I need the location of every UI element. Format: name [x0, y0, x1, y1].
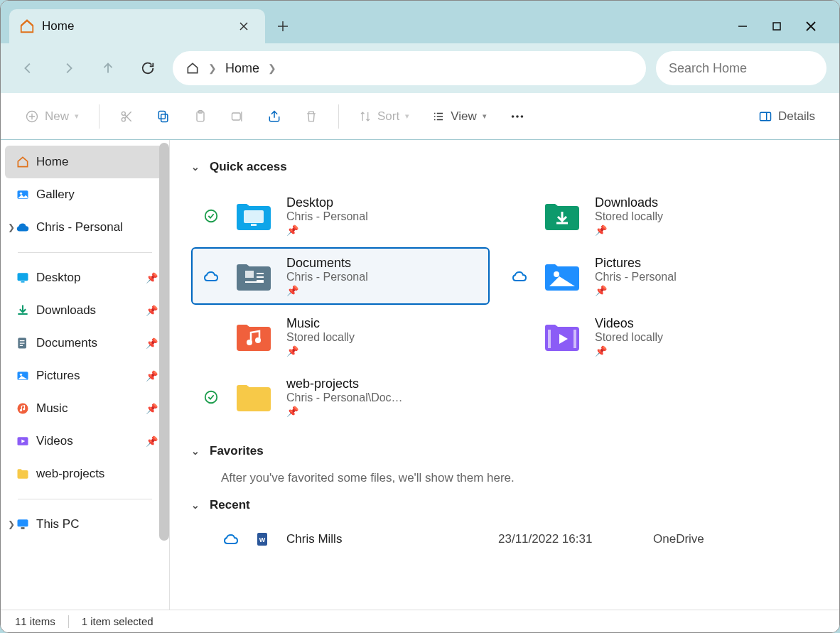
copy-button[interactable] — [148, 102, 179, 131]
svg-rect-34 — [548, 330, 551, 348]
documents-icon — [15, 335, 31, 351]
refresh-button[interactable] — [133, 53, 163, 83]
section-label: Quick access — [210, 160, 287, 174]
paste-button[interactable] — [185, 102, 216, 131]
details-pane-button[interactable]: Details — [750, 102, 824, 131]
svg-rect-29 — [251, 224, 257, 226]
quick-access-item[interactable]: Desktop Chris - Personal 📌 — [191, 187, 490, 244]
content-pane: ⌄ Quick access Desktop Chris - Personal … — [170, 140, 839, 610]
sidebar-item-videos[interactable]: Videos 📌 — [5, 425, 165, 458]
ellipsis-icon — [510, 109, 525, 124]
up-button[interactable] — [93, 53, 123, 83]
item-location: Chris - Personal — [286, 271, 368, 283]
sidebar-item-label: web-projects — [36, 467, 104, 481]
sidebar-item-label: Downloads — [36, 303, 96, 318]
clipboard-icon — [193, 109, 208, 124]
quick-access-item[interactable]: Documents Chris - Personal 📌 — [191, 247, 490, 305]
sort-button[interactable]: Sort ▾ — [350, 102, 418, 131]
back-button[interactable] — [14, 53, 43, 83]
sidebar-scrollbar[interactable] — [159, 143, 169, 541]
item-location: Stored locally — [595, 331, 663, 344]
sidebar-item-gallery[interactable]: Gallery — [5, 178, 165, 211]
quick-access-item[interactable]: Music Stored locally 📌 — [191, 308, 490, 365]
pin-icon: 📌 — [286, 285, 368, 296]
details-icon — [758, 109, 772, 124]
item-location: Stored locally — [595, 210, 663, 223]
chevron-down-icon: ⌄ — [191, 445, 200, 457]
sidebar-item-thispc[interactable]: ❯ This PC — [5, 508, 165, 541]
rename-icon — [230, 109, 244, 124]
svg-point-12 — [520, 115, 523, 118]
view-label: View — [451, 109, 477, 124]
explorer-window: Home ❯ Home ❯ — [0, 0, 840, 633]
address-bar[interactable]: ❯ Home ❯ — [173, 51, 646, 85]
quick-access-item[interactable]: Pictures Chris - Personal 📌 — [500, 247, 798, 305]
search-input[interactable] — [669, 61, 834, 76]
svg-rect-13 — [760, 112, 771, 121]
tab-title: Home — [42, 19, 225, 33]
quick-access-item[interactable]: Downloads Stored locally 📌 — [500, 187, 798, 244]
pin-icon: 📌 — [146, 272, 158, 283]
rename-button[interactable] — [222, 102, 253, 131]
section-favorites[interactable]: ⌄ Favorites — [191, 444, 818, 458]
sort-label: Sort — [377, 109, 399, 124]
section-quick-access[interactable]: ⌄ Quick access — [191, 160, 818, 174]
cloud-icon — [15, 220, 31, 235]
recent-item[interactable]: W Chris Mills 23/11/2022 16:31 OneDrive — [191, 525, 818, 553]
item-name: Videos — [595, 316, 663, 331]
share-button[interactable] — [259, 102, 290, 131]
pin-icon: 📌 — [286, 406, 403, 417]
sidebar-item-pictures[interactable]: Pictures 📌 — [5, 359, 165, 392]
monitor-icon — [15, 516, 31, 532]
tab-home[interactable]: Home — [9, 9, 265, 43]
sidebar-item-documents[interactable]: Documents 📌 — [5, 327, 165, 359]
quick-access-item[interactable]: Videos Stored locally 📌 — [500, 308, 798, 365]
file-icon: W — [254, 531, 274, 548]
view-button[interactable]: View ▾ — [424, 102, 495, 131]
item-location: Chris - Personal — [595, 271, 677, 283]
svg-point-32 — [247, 340, 252, 345]
plus-circle-icon — [25, 109, 39, 124]
more-button[interactable] — [501, 102, 534, 131]
sidebar-item-label: Pictures — [36, 369, 80, 383]
svg-point-21 — [18, 404, 28, 414]
minimize-button[interactable] — [734, 18, 751, 35]
svg-point-27 — [205, 210, 217, 222]
chevron-right-icon[interactable]: ❯ — [268, 63, 276, 74]
svg-point-10 — [512, 115, 515, 118]
sidebar-item-home[interactable]: Home — [5, 146, 165, 178]
sidebar-item-downloads[interactable]: Downloads 📌 — [5, 294, 165, 327]
svg-point-36 — [205, 391, 217, 403]
folder-icon — [15, 466, 31, 482]
sidebar-item-webprojects[interactable]: web-projects — [5, 458, 165, 490]
new-tab-button[interactable] — [265, 9, 301, 43]
status-item-count: 11 items — [15, 615, 55, 627]
sidebar-item-label: Home — [36, 155, 68, 169]
pin-icon: 📌 — [286, 345, 355, 357]
item-location: Chris - Personal\Doc… — [286, 391, 403, 404]
folder-icon — [541, 318, 583, 355]
delete-button[interactable] — [296, 102, 327, 131]
folder-icon — [541, 198, 583, 234]
sidebar-item-desktop[interactable]: Desktop 📌 — [5, 261, 165, 294]
sidebar-item-label: Gallery — [36, 188, 75, 202]
tab-close-button[interactable] — [232, 15, 255, 38]
sidebar-item-music[interactable]: Music 📌 — [5, 392, 165, 425]
quick-access-item[interactable]: web-projects Chris - Personal\Doc… 📌 — [191, 368, 490, 426]
breadcrumb-home[interactable]: Home — [225, 61, 259, 76]
sidebar: Home Gallery ❯ Chris - Personal Desktop … — [1, 140, 170, 610]
section-recent[interactable]: ⌄ Recent — [191, 498, 818, 512]
sidebar-item-onedrive[interactable]: ❯ Chris - Personal — [5, 211, 165, 244]
search-box[interactable] — [656, 51, 826, 85]
sidebar-item-label: Music — [36, 401, 68, 416]
new-button[interactable]: New ▾ — [16, 102, 87, 131]
window-controls — [714, 9, 839, 43]
item-location: Stored locally — [286, 331, 355, 344]
cut-button[interactable] — [111, 102, 142, 131]
close-button[interactable] — [802, 18, 819, 35]
forward-button[interactable] — [53, 53, 83, 83]
item-name: Pictures — [595, 256, 677, 271]
recent-name: Chris Mills — [286, 532, 485, 546]
maximize-button[interactable] — [768, 18, 785, 35]
scissors-icon — [119, 109, 134, 124]
